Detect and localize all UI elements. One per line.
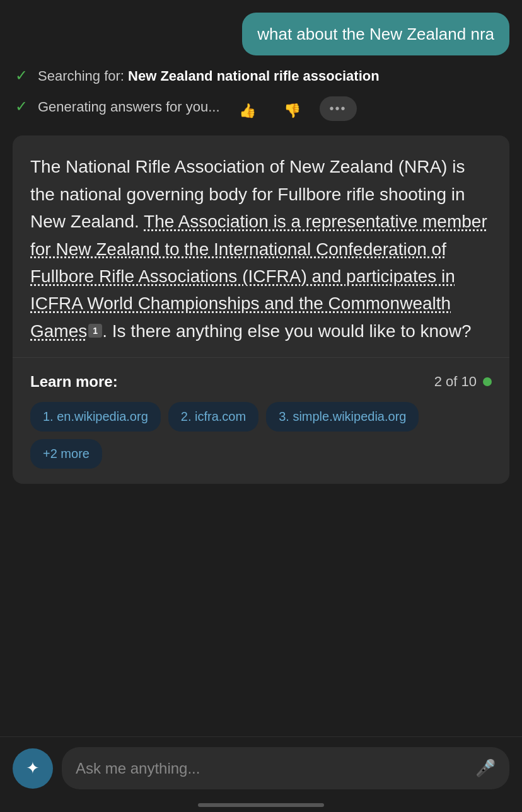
learn-more-header: Learn more: 2 of 10 [30, 373, 492, 391]
logo-button[interactable]: ✦ [13, 748, 53, 789]
home-indicator [198, 803, 324, 807]
learn-more-label: Learn more: [30, 373, 118, 391]
source-tag-1[interactable]: 1. en.wikipedia.org [30, 402, 161, 432]
source-tag-2-text: 2. icfra.com [181, 409, 246, 423]
generate-status-text: Generating answers for you... [38, 96, 220, 117]
user-message-bubble: what about the New Zealand nra [242, 13, 509, 55]
mic-icon: 🎤 [475, 758, 496, 777]
source-tag-1-text: 1. en.wikipedia.org [43, 409, 148, 423]
source-tag-3-text: 3. simple.wikipedia.org [279, 409, 406, 423]
more-options-button[interactable]: ••• [320, 96, 357, 121]
source-tag-more[interactable]: +2 more [30, 439, 102, 469]
source-tag-2[interactable]: 2. icfra.com [168, 402, 258, 432]
mic-button[interactable]: 🎤 [475, 758, 496, 778]
search-status-text: Searching for: New Zealand national rifl… [38, 66, 380, 86]
chat-container: what about the New Zealand nra ✓ Searchi… [0, 0, 522, 812]
thumbs-down-icon: 👎 [284, 103, 301, 118]
check-icon-generate: ✓ [15, 98, 28, 115]
generate-text: Generating answers for you... [38, 99, 220, 115]
thumbs-up-icon: 👍 [239, 103, 256, 118]
source-tag-more-text: +2 more [43, 447, 90, 460]
search-status-row: ✓ Searching for: New Zealand national ri… [13, 66, 509, 86]
answer-body: The National Rifle Association of New Ze… [13, 135, 509, 357]
search-bold-text: New Zealand national rifle association [128, 68, 380, 84]
page-indicator-text: 2 of 10 [434, 374, 477, 390]
page-indicator: 2 of 10 [434, 374, 492, 390]
citation-badge[interactable]: 1 [88, 324, 102, 338]
generate-status-row: ✓ Generating answers for you... 👍 👎 ••• [13, 96, 509, 125]
thumbs-up-button[interactable]: 👍 [230, 96, 265, 125]
source-tag-3[interactable]: 3. simple.wikipedia.org [266, 402, 419, 432]
search-prefix: Searching for: [38, 68, 128, 84]
search-placeholder: Ask me anything... [76, 760, 200, 777]
logo-icon: ✦ [26, 758, 40, 778]
user-message-text: what about the New Zealand nra [257, 25, 494, 43]
source-tags-container: 1. en.wikipedia.org 2. icfra.com 3. simp… [30, 402, 492, 469]
green-dot-indicator [483, 377, 492, 386]
more-icon: ••• [330, 101, 347, 115]
learn-more-section: Learn more: 2 of 10 1. en.wikipedia.org … [13, 357, 509, 484]
check-icon-search: ✓ [15, 67, 28, 84]
bottom-bar: ✦ Ask me anything... 🎤 [0, 736, 522, 812]
answer-text-after: . Is there anything else you would like … [102, 321, 471, 341]
search-input-wrapper[interactable]: Ask me anything... 🎤 [62, 747, 509, 789]
thumbs-down-button[interactable]: 👎 [275, 96, 310, 125]
answer-card: The National Rifle Association of New Ze… [13, 135, 509, 484]
